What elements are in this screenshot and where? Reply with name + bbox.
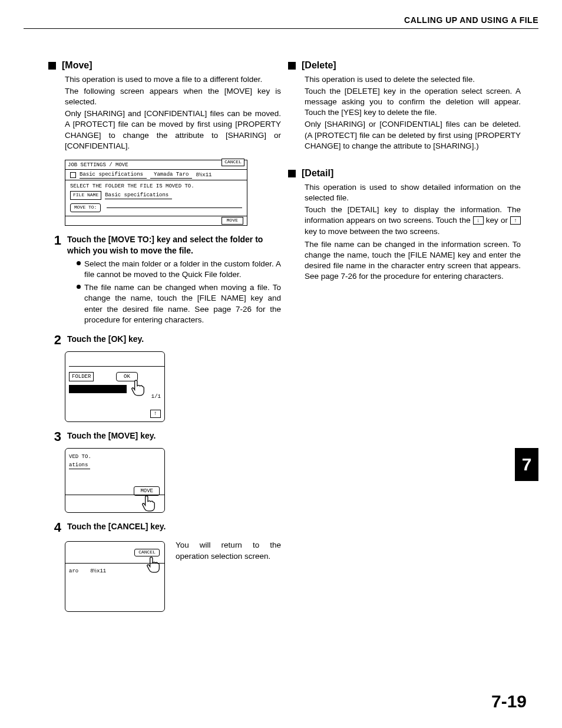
- move-p1: This operation is used to move a file to…: [65, 74, 281, 85]
- move-button[interactable]: MOVE: [222, 217, 243, 225]
- delete-heading-text: [Delete]: [302, 59, 336, 72]
- move-figure: VED TO. ations MOVE: [65, 448, 165, 513]
- pointing-hand-icon: [141, 495, 156, 512]
- step-1-bullets: Select the main folder or a folder in th…: [77, 259, 281, 325]
- dialog-title: JOB SETTINGS / MOVE: [68, 162, 128, 169]
- page-indicator: 1/1: [151, 393, 161, 400]
- scroll-up-button[interactable]: ↑: [150, 410, 161, 418]
- cancel-button[interactable]: CANCEL: [134, 549, 160, 556]
- folder-button[interactable]: FOLDER: [69, 372, 94, 381]
- step-1-number: 1: [49, 234, 61, 256]
- right-column: [Delete] This operation is used to delet…: [305, 59, 521, 669]
- fig-col-1: aro: [69, 568, 78, 575]
- filename-value: Basic specifications: [105, 192, 172, 199]
- fig-col-2: 8½x11: [90, 568, 106, 575]
- dialog-size: 8½x11: [196, 172, 211, 179]
- page: CALLING UP AND USING A FILE [Move] This …: [0, 0, 562, 728]
- detail-p2: Touch the [DETAIL] key to display the in…: [305, 205, 521, 237]
- detail-p1: This operation is used to show detailed …: [305, 182, 521, 203]
- step-3-number: 3: [49, 430, 61, 443]
- arrow-up-key-icon[interactable]: ↑: [510, 216, 521, 225]
- detail-p3: The file name can be changed in the info…: [305, 239, 521, 282]
- square-bullet-icon: [288, 170, 296, 177]
- pointing-hand-icon: [146, 556, 161, 574]
- step-3-title: Touch the [MOVE] key.: [67, 430, 281, 443]
- step-2-title: Touch the [OK] key.: [67, 334, 281, 347]
- ok-figure: FOLDER OK 1/1 ↑: [65, 351, 165, 422]
- detail-heading: [Detail]: [288, 167, 521, 180]
- move-p2: The following screen appears when the [M…: [65, 86, 281, 107]
- move-body: This operation is used to move a file to…: [65, 74, 281, 152]
- arrow-down-key-icon[interactable]: ↓: [473, 216, 484, 225]
- body-columns: [Move] This operation is used to move a …: [65, 59, 521, 669]
- move-p3: Only [SHARING] and [CONFIDENTIAL] files …: [65, 108, 281, 151]
- fig-text-1: VED TO.: [69, 453, 91, 460]
- square-bullet-icon: [48, 62, 56, 70]
- delete-p3: Only [SHARING] or [CONFIDENTIAL] files c…: [305, 119, 521, 151]
- file-thumb-icon: [70, 172, 76, 178]
- step-1-title: Touch the [MOVE TO:] key and select the …: [67, 234, 281, 256]
- detail-body: This operation is used to show detailed …: [305, 182, 521, 282]
- filename-button[interactable]: FILE NAME: [70, 191, 101, 200]
- header-rule: [24, 28, 538, 29]
- header-title: CALLING UP AND USING A FILE: [404, 15, 538, 25]
- step-4: 4 Touch the [CANCEL] key.: [49, 521, 281, 534]
- chapter-tab: 7: [515, 448, 538, 481]
- fig-text-2: ations: [69, 462, 90, 469]
- delete-heading: [Delete]: [288, 59, 521, 72]
- dialog-user: Yamada Taro: [150, 171, 192, 179]
- step-4-side-text: You will return to the operation selecti…: [176, 536, 281, 562]
- dialog-instruction: SELECT THE FOLDER THE FILE IS MOVED TO.: [65, 180, 247, 191]
- square-bullet-icon: [288, 62, 296, 70]
- delete-p2: Touch the [DELETE] key in the operation …: [305, 86, 521, 118]
- pointing-hand-icon: [130, 379, 146, 397]
- delete-p1: This operation is used to delete the sel…: [305, 74, 521, 85]
- move-dialog-figure: JOB SETTINGS / MOVE CANCEL Basic specifi…: [65, 160, 247, 226]
- delete-body: This operation is used to delete the sel…: [305, 74, 521, 152]
- detail-p2b: key or: [486, 216, 510, 225]
- cancel-figure: CANCEL aro 8½x11: [65, 541, 165, 612]
- dialog-cancel-button[interactable]: CANCEL: [222, 159, 244, 166]
- step-3: 3 Touch the [MOVE] key.: [49, 430, 281, 443]
- page-number: 7-19: [491, 691, 527, 711]
- detail-heading-text: [Detail]: [302, 167, 333, 180]
- dialog-file-name: Basic specifications: [80, 171, 147, 179]
- bullet-icon: [77, 261, 81, 265]
- step-1-b1: Select the main folder or a folder in th…: [84, 259, 281, 280]
- move-to-line: [107, 207, 242, 208]
- left-column: [Move] This operation is used to move a …: [65, 59, 281, 669]
- step-2: 2 Touch the [OK] key.: [49, 334, 281, 347]
- step-1: 1 Touch the [MOVE TO:] key and select th…: [49, 234, 281, 256]
- move-heading-text: [Move]: [62, 59, 92, 72]
- step-4-number: 4: [49, 521, 61, 534]
- step-1-b2: The file name can be changed when moving…: [84, 282, 281, 325]
- detail-p2c: key to move between the two screens.: [305, 227, 440, 236]
- move-to-button[interactable]: MOVE TO:: [70, 203, 101, 212]
- move-heading: [Move]: [48, 59, 281, 72]
- step-2-number: 2: [49, 334, 61, 347]
- selected-row: [69, 385, 127, 393]
- step-4-row: CANCEL aro 8½x11 You will return to the …: [65, 536, 281, 617]
- bullet-icon: [77, 285, 81, 289]
- step-4-title: Touch the [CANCEL] key.: [67, 521, 281, 534]
